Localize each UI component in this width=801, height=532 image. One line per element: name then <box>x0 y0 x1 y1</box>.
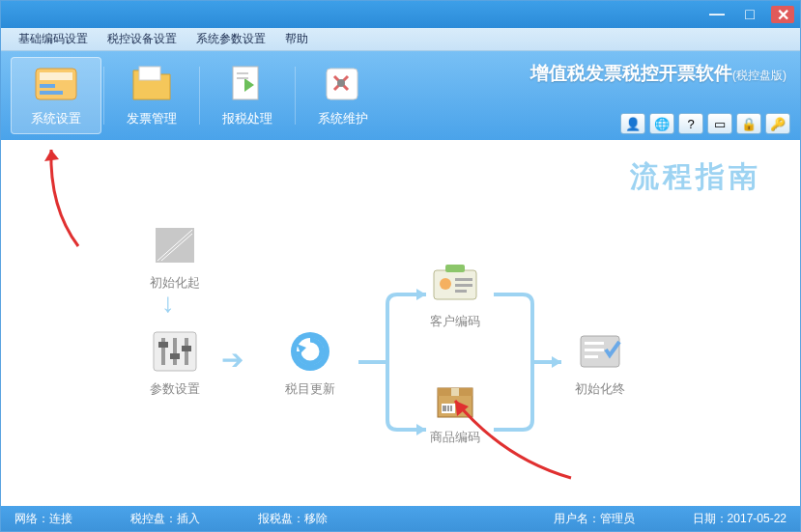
arrow-right-icon: ➔ <box>221 344 243 376</box>
menu-tax-device[interactable]: 税控设备设置 <box>98 31 186 47</box>
toolbar-system-maint[interactable]: 系统维护 <box>298 57 388 134</box>
node-label: 参数设置 <box>150 381 200 396</box>
flow-title: 流程指南 <box>630 157 761 197</box>
svg-rect-31 <box>585 342 604 345</box>
flow-diagram: 初始化起 ↓ 参数设置 ➔ 税目更新 <box>117 222 658 492</box>
menu-help[interactable]: 帮助 <box>275 31 318 47</box>
separator <box>295 67 296 125</box>
node-label: 客户编码 <box>430 314 480 328</box>
toolbar-label: 系统设置 <box>31 110 81 127</box>
svg-rect-2 <box>40 84 55 88</box>
status-user: 用户名：管理员 <box>554 511 635 527</box>
menubar: 基础编码设置 税控设备设置 系统参数设置 帮助 <box>1 28 800 51</box>
separator <box>103 67 104 125</box>
svg-rect-24 <box>455 284 472 287</box>
svg-rect-17 <box>182 346 191 351</box>
minimize-button[interactable]: — <box>705 6 729 23</box>
maximize-button[interactable]: □ <box>738 6 761 23</box>
menu-sys-param[interactable]: 系统参数设置 <box>186 31 275 47</box>
ruler-icon <box>148 222 202 268</box>
box-icon <box>428 377 482 423</box>
status-date: 日期：2017-05-22 <box>693 511 787 527</box>
node-label: 初始化终 <box>575 381 625 396</box>
node-customer[interactable]: 客户编码 <box>416 261 494 330</box>
app-window: — □ ✕ 基础编码设置 税控设备设置 系统参数设置 帮助 系统设置 发票管理 <box>0 0 801 532</box>
tools-icon <box>320 64 366 106</box>
node-label: 商品编码 <box>430 430 480 444</box>
annotation-arrow-1 <box>40 140 98 256</box>
menu-basic-code[interactable]: 基础编码设置 <box>9 31 98 47</box>
statusbar: 网络：连接 税控盘：插入 报税盘：移除 用户名：管理员 日期：2017-05-2… <box>1 506 800 531</box>
svg-rect-21 <box>445 265 465 272</box>
contact-card-icon <box>428 261 482 307</box>
folder-icon <box>129 64 175 106</box>
toolbar: 系统设置 发票管理 报税处理 系统维护 增值税发票税控开票软件(税控盘版) <box>1 51 800 140</box>
node-product[interactable]: 商品编码 <box>416 377 494 446</box>
svg-rect-33 <box>585 355 598 358</box>
status-reportdisk: 报税盘：移除 <box>258 511 328 527</box>
lock-icon[interactable]: 🔒 <box>736 113 761 134</box>
window-icon[interactable]: ▭ <box>707 113 732 134</box>
help-icon[interactable]: ? <box>678 113 703 134</box>
svg-point-9 <box>337 79 345 87</box>
refresh-icon <box>283 328 337 375</box>
toolbar-label: 系统维护 <box>318 110 368 127</box>
sliders-icon <box>148 328 202 375</box>
node-param[interactable]: 参数设置 <box>136 328 214 398</box>
close-button[interactable]: ✕ <box>771 6 794 23</box>
user-icon[interactable]: 👤 <box>620 113 645 134</box>
toolbar-label: 发票管理 <box>127 110 177 127</box>
svg-rect-3 <box>40 91 63 95</box>
svg-rect-7 <box>237 77 248 79</box>
toolbar-system-settings[interactable]: 系统设置 <box>11 57 101 134</box>
svg-rect-28 <box>451 388 459 396</box>
node-tax-update[interactable]: 税目更新 <box>272 328 349 398</box>
svg-rect-1 <box>40 72 72 80</box>
app-title: 增值税发票税控开票软件(税控盘版) <box>530 61 787 86</box>
svg-rect-4 <box>139 67 160 80</box>
separator <box>199 67 200 125</box>
node-init-end[interactable]: 初始化终 <box>561 328 639 398</box>
node-label: 税目更新 <box>285 381 335 396</box>
toolbar-label: 报税处理 <box>222 110 272 127</box>
quickbar: 👤 🌐 ? ▭ 🔒 🔑 <box>620 113 790 134</box>
content-area: 流程指南 初始化起 ↓ 参数设置 ➔ 税目更新 <box>1 140 800 506</box>
svg-rect-16 <box>170 353 180 359</box>
svg-rect-32 <box>585 349 604 351</box>
svg-rect-23 <box>455 278 472 281</box>
document-arrow-icon <box>224 64 271 106</box>
settings-icon <box>33 64 79 106</box>
toolbar-tax-report[interactable]: 报税处理 <box>202 57 293 134</box>
status-network: 网络：连接 <box>14 511 72 527</box>
node-label: 初始化起 <box>150 275 200 290</box>
checklist-icon <box>573 328 627 375</box>
arrow-down-icon: ↓ <box>161 288 175 319</box>
app-subtitle: (税控盘版) <box>732 69 787 82</box>
node-init-start[interactable]: 初始化起 <box>136 222 214 292</box>
svg-rect-25 <box>455 290 467 293</box>
globe-icon[interactable]: 🌐 <box>649 113 674 134</box>
key-icon[interactable]: 🔑 <box>765 113 790 134</box>
status-taxdisk: 税控盘：插入 <box>130 511 200 527</box>
toolbar-invoice-mgmt[interactable]: 发票管理 <box>106 57 197 134</box>
svg-rect-15 <box>158 342 168 348</box>
svg-rect-6 <box>237 72 248 74</box>
titlebar: — □ ✕ <box>1 1 800 28</box>
svg-point-22 <box>440 278 451 290</box>
svg-rect-13 <box>173 338 177 365</box>
